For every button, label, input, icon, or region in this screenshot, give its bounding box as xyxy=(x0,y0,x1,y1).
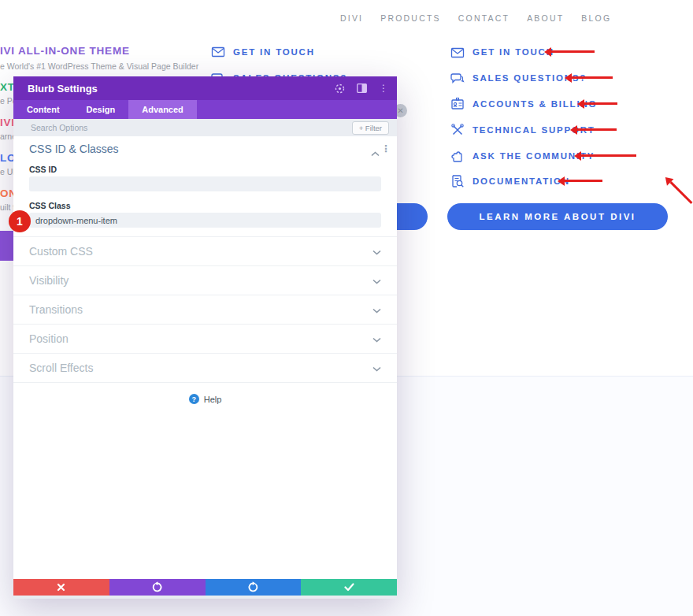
section-kebab-icon[interactable]: ⋮ xyxy=(381,143,391,154)
css-class-input[interactable] xyxy=(29,213,381,228)
red-arrow xyxy=(551,50,595,53)
undo-button[interactable] xyxy=(109,579,206,596)
search-options-bar: + Filter xyxy=(13,119,397,136)
billing-icon xyxy=(450,97,465,111)
help-link[interactable]: ? Help xyxy=(13,394,397,404)
modal-tabs: Content Design Advanced xyxy=(13,100,397,119)
modal-footer-strip xyxy=(13,596,397,599)
modal-footer xyxy=(13,579,397,596)
docs-icon xyxy=(450,174,465,188)
right-link-get-in-touch[interactable]: GET IN TOUCH xyxy=(472,47,554,57)
search-options-input[interactable] xyxy=(29,122,352,133)
save-button[interactable] xyxy=(301,579,397,596)
section-visibility[interactable]: Visibility xyxy=(13,265,397,295)
modal-header: Blurb Settings ⋮ xyxy=(13,76,397,100)
red-arrow xyxy=(577,128,617,131)
help-icon: ? xyxy=(189,394,199,404)
tab-design[interactable]: Design xyxy=(73,100,129,119)
red-arrow-diagonal xyxy=(670,181,693,204)
right-link-documentation[interactable]: DOCUMENTATION xyxy=(472,176,570,186)
envelope-icon xyxy=(450,46,465,60)
section-transitions[interactable]: Transitions xyxy=(13,295,397,324)
section-position[interactable]: Position xyxy=(13,324,397,353)
redo-button[interactable] xyxy=(206,579,302,596)
chat-icon xyxy=(450,71,465,85)
chevron-down-icon xyxy=(372,302,381,317)
section-label: Scroll Effects xyxy=(29,362,93,374)
section-label: Visibility xyxy=(29,274,69,287)
section-label: Transitions xyxy=(29,303,83,316)
section-title-css-id-classes[interactable]: CSS ID & Classes xyxy=(29,143,119,155)
chevron-down-icon xyxy=(372,273,381,288)
tab-content[interactable]: Content xyxy=(13,100,73,119)
annotation-marker-1: 1 xyxy=(9,210,31,232)
red-arrow xyxy=(584,102,617,105)
chevron-up-icon[interactable] xyxy=(371,146,380,160)
community-icon xyxy=(450,149,465,163)
collapsed-sections: Custom CSS Visibility Transitions Positi… xyxy=(13,236,397,383)
css-id-input[interactable] xyxy=(29,176,381,191)
modal-title: Blurb Settings xyxy=(28,83,98,95)
chevron-down-icon xyxy=(372,244,381,258)
section-label: Position xyxy=(29,332,69,345)
product-subtitle-divi-theme: e World's #1 WordPress Theme & Visual Pa… xyxy=(0,61,198,71)
nav-item-blog[interactable]: BLOG xyxy=(581,13,611,23)
expand-modal-icon[interactable] xyxy=(334,83,345,94)
learn-more-about-divi-button[interactable]: LEARN MORE ABOUT DIVI xyxy=(447,203,668,230)
discard-button[interactable] xyxy=(13,579,109,596)
nav-item-divi[interactable]: DIVI xyxy=(340,13,363,23)
page: DIVI PRODUCTS CONTACT ABOUT BLOG IVI ALL… xyxy=(0,0,693,616)
css-id-label: CSS ID xyxy=(29,165,57,174)
nav-item-contact[interactable]: CONTACT xyxy=(458,13,510,23)
red-arrow xyxy=(572,76,613,79)
nav-item-about[interactable]: ABOUT xyxy=(527,13,564,23)
filter-button[interactable]: + Filter xyxy=(352,121,389,135)
chevron-down-icon xyxy=(372,361,381,375)
section-label: Custom CSS xyxy=(29,245,93,258)
snap-panel-icon[interactable] xyxy=(356,83,367,94)
tools-icon xyxy=(450,123,465,137)
product-title-divi-theme: IVI ALL-IN-ONE THEME xyxy=(0,45,130,57)
css-class-label: CSS Class xyxy=(29,201,71,210)
red-arrow xyxy=(565,180,602,182)
section-scroll-effects[interactable]: Scroll Effects xyxy=(13,353,397,383)
middle-link-get-in-touch[interactable]: GET IN TOUCH xyxy=(233,47,315,57)
help-label: Help xyxy=(204,395,222,404)
red-arrow xyxy=(581,154,636,157)
nav-item-products[interactable]: PRODUCTS xyxy=(380,13,441,23)
kebab-menu-icon[interactable]: ⋮ xyxy=(378,83,389,94)
tab-advanced[interactable]: Advanced xyxy=(128,100,197,119)
section-custom-css[interactable]: Custom CSS xyxy=(13,236,397,265)
chevron-down-icon xyxy=(372,332,381,346)
modal-header-icons: ⋮ xyxy=(334,83,389,94)
blurb-settings-modal: Blurb Settings ⋮ Content Design Advanced… xyxy=(13,76,397,599)
top-navigation: DIVI PRODUCTS CONTACT ABOUT BLOG xyxy=(340,13,611,23)
envelope-icon xyxy=(211,45,225,59)
